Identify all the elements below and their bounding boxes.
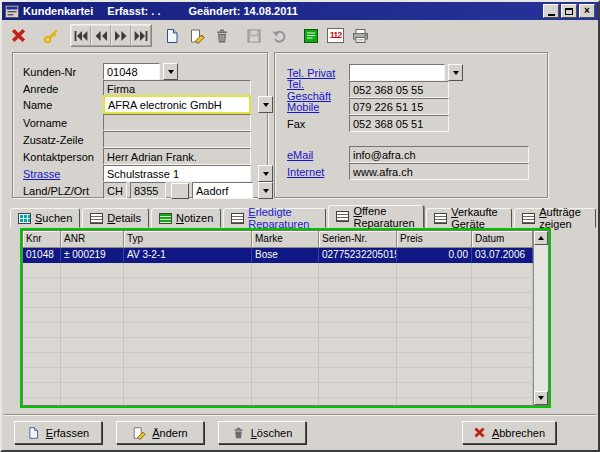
- tab-notizen[interactable]: Notizen: [151, 208, 221, 228]
- minimize-button[interactable]: [543, 4, 559, 18]
- tel-geschaeft-input[interactable]: [349, 81, 449, 98]
- strasse-input[interactable]: [103, 165, 251, 182]
- strasse-dropdown-button[interactable]: [258, 165, 273, 182]
- column-header-serien-nr[interactable]: Serien-Nr.: [319, 231, 397, 248]
- land-input[interactable]: [103, 182, 127, 199]
- undo-button[interactable]: [266, 24, 291, 48]
- table-row-empty: [23, 308, 533, 323]
- maximize-button[interactable]: [561, 4, 577, 18]
- mobile-link[interactable]: Mobile: [287, 101, 349, 113]
- close-icon: ×: [584, 6, 590, 16]
- plz-input[interactable]: [130, 182, 166, 199]
- column-header-anr[interactable]: ANR: [61, 231, 124, 248]
- erfassen-button[interactable]: Erfassen: [14, 421, 102, 444]
- column-header-preis[interactable]: Preis: [397, 231, 472, 248]
- tab-suchen[interactable]: Suchen: [10, 208, 80, 228]
- vorname-input[interactable]: [103, 114, 251, 131]
- kunden-nr-dropdown-button[interactable]: [163, 63, 178, 80]
- repairs-grid: KnrANRTypMarkeSerien-Nr.PreisDatum 01048…: [20, 228, 551, 408]
- internet-input[interactable]: [349, 163, 529, 180]
- tel-privat-input[interactable]: [349, 64, 445, 81]
- edit-icon: [189, 28, 205, 44]
- kunden-nr-input[interactable]: [103, 63, 160, 80]
- toolbar: 112: [4, 22, 596, 49]
- plz-lookup-button[interactable]: [171, 183, 189, 199]
- column-header-knr[interactable]: Knr: [23, 231, 61, 248]
- list-icon: [522, 213, 535, 224]
- calendar-button[interactable]: 112: [323, 24, 348, 48]
- dropdown-arrow-icon: [453, 71, 459, 78]
- name-dropdown-button[interactable]: [258, 96, 273, 113]
- dropdown-arrow-icon: [263, 189, 269, 196]
- email-link[interactable]: eMail: [287, 149, 349, 161]
- aendern-button[interactable]: Ändern: [116, 421, 204, 444]
- list-icon: [231, 213, 244, 224]
- fax-input[interactable]: [349, 115, 449, 132]
- dropdown-arrow-icon: [263, 103, 269, 110]
- tab-erledigte-reparaturen[interactable]: Erledigte Reparaturen: [223, 208, 326, 228]
- kontaktperson-input[interactable]: [103, 148, 251, 165]
- abbrechen-button[interactable]: Abbrechen: [462, 421, 556, 444]
- tab-offene-reparaturen[interactable]: Offene Reparaturen: [328, 205, 424, 228]
- name-input[interactable]: [103, 95, 251, 114]
- fax-label: Fax: [287, 118, 349, 130]
- tab-auftr-ge-zeigen[interactable]: Aufträge zeigen: [514, 208, 596, 228]
- last-record-button[interactable]: [131, 25, 151, 46]
- land-plz-ort-label: Land/PLZ/Ort: [23, 185, 103, 197]
- list-icon: [90, 213, 103, 224]
- edit-icon: [132, 426, 146, 440]
- ort-input[interactable]: [192, 182, 253, 199]
- close-button[interactable]: ×: [579, 4, 595, 18]
- app-window: Kundenkartei Erfasst: . . Geändert: 14.0…: [0, 0, 600, 452]
- calendar-112-icon: 112: [327, 28, 344, 43]
- table-row-empty: [23, 278, 533, 293]
- list-icon: [336, 211, 349, 222]
- tab-bar: SuchenDetailsNotizenErledigte Reparature…: [10, 205, 598, 228]
- tab-verkaufte-ger-te[interactable]: Verkaufte Geräte: [426, 208, 512, 228]
- undo-icon: [271, 28, 287, 44]
- tab-label: Offene Reparaturen: [353, 205, 416, 229]
- notes-button[interactable]: [298, 24, 323, 48]
- tab-label: Erledigte Reparaturen: [248, 206, 318, 230]
- loeschen-button[interactable]: Löschen: [218, 421, 306, 444]
- column-header-typ[interactable]: Typ: [124, 231, 252, 248]
- vertical-scrollbar[interactable]: [533, 231, 548, 405]
- tab-details[interactable]: Details: [82, 208, 149, 228]
- column-header-datum[interactable]: Datum: [472, 231, 533, 248]
- record-navigation-group: [70, 24, 152, 47]
- scroll-down-icon: [538, 396, 544, 403]
- zusatz-zeile-input[interactable]: [103, 131, 251, 148]
- first-record-button[interactable]: [71, 25, 91, 46]
- name-label: Name: [23, 99, 103, 111]
- column-header-marke[interactable]: Marke: [252, 231, 319, 248]
- save-button[interactable]: [241, 24, 266, 48]
- mobile-input[interactable]: [349, 98, 449, 115]
- strasse-link[interactable]: Strasse: [23, 168, 103, 180]
- previous-record-button[interactable]: [91, 25, 111, 46]
- next-record-icon: [113, 28, 129, 44]
- dropdown-arrow-icon: [263, 172, 269, 179]
- internet-link[interactable]: Internet: [287, 166, 349, 178]
- cell-typ: AV 3-2-1: [124, 248, 252, 262]
- table-row[interactable]: 01048± 000219AV 3-2-1Bose027752322050155…: [23, 248, 533, 263]
- toolbar-close-button[interactable]: [6, 24, 31, 48]
- toolbar-key-button[interactable]: [38, 24, 63, 48]
- first-record-icon: [73, 28, 89, 44]
- table-row-empty: [23, 368, 533, 383]
- close-x-icon: [473, 426, 486, 439]
- table-row-empty: [23, 383, 533, 398]
- loeschen-label: Löschen: [251, 427, 293, 439]
- cell-datum: 03.07.2006: [472, 248, 533, 262]
- new-record-button[interactable]: [159, 24, 184, 48]
- address-groupbox: Kunden-Nr Anrede Name Vorname Zusatz-Zei…: [12, 52, 268, 198]
- scroll-down-button[interactable]: [534, 391, 548, 405]
- email-input[interactable]: [349, 146, 529, 163]
- delete-record-button[interactable]: [209, 24, 234, 48]
- tel-privat-dropdown-button[interactable]: [448, 64, 463, 81]
- title-bar[interactable]: Kundenkartei Erfasst: . . Geändert: 14.0…: [2, 2, 598, 20]
- ort-dropdown-button[interactable]: [258, 182, 273, 199]
- scroll-up-button[interactable]: [534, 231, 548, 245]
- print-button[interactable]: [348, 24, 373, 48]
- next-record-button[interactable]: [111, 25, 131, 46]
- edit-record-button[interactable]: [184, 24, 209, 48]
